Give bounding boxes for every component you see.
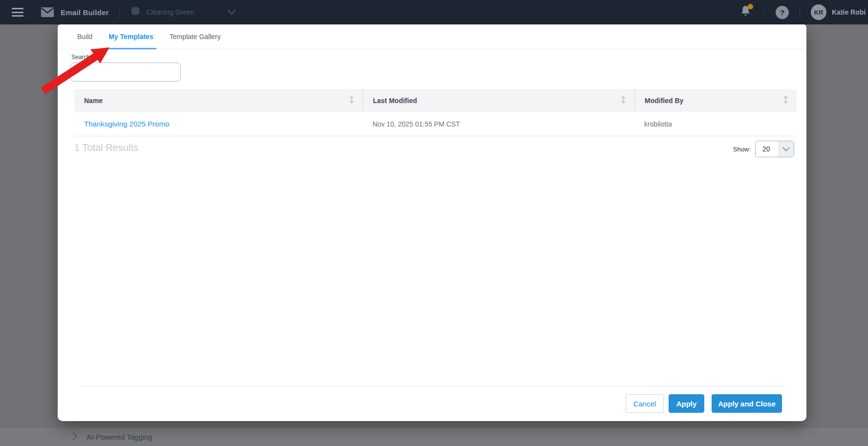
footer-divider (81, 386, 785, 386)
template-picker-modal: Build My Templates Template Gallery Sear… (58, 24, 806, 421)
template-link-thanksgiving-2025-promo[interactable]: Thanksgiving 2025 Promo (84, 120, 169, 128)
page-size-value: 20 (756, 145, 778, 153)
footer-buttons: Cancel Apply Apply and Close (626, 394, 782, 413)
notification-badge (748, 4, 753, 9)
workspace-name: Cleaning Green (146, 8, 228, 16)
cancel-button[interactable]: Cancel (626, 394, 664, 413)
background-section-label: AI-Powered Tagging (87, 433, 152, 441)
table-row: Thanksgiving 2025 Promo Nov 10, 2025 01:… (74, 112, 797, 136)
column-header-last-modified[interactable]: Last Modified (363, 89, 634, 112)
chevron-down-icon (778, 141, 794, 157)
column-header-modified-by[interactable]: Modified By (634, 89, 797, 112)
chevron-down-icon (228, 8, 236, 17)
workspace-switcher[interactable]: Cleaning Green (130, 7, 236, 18)
results-summary: 1 Total Results (74, 142, 138, 153)
nav-right-cluster: ? KR Katie Robi (739, 0, 868, 24)
search-label: Search (71, 54, 90, 61)
background-section-ai-powered-tagging[interactable]: AI-Powered Tagging (0, 428, 868, 446)
cell-last-modified: Nov 10, 2025 01:55 PM CST (363, 120, 634, 128)
nav-divider (800, 6, 800, 19)
tab-my-templates[interactable]: My Templates (108, 24, 153, 49)
user-avatar[interactable]: KR (811, 4, 826, 20)
tab-template-gallery[interactable]: Template Gallery (170, 24, 221, 49)
hamburger-menu-icon[interactable] (12, 8, 23, 17)
app-title: Email Builder (61, 8, 108, 17)
apply-button[interactable]: Apply (669, 394, 704, 413)
column-header-name[interactable]: Name (74, 89, 363, 112)
page-size-cluster: Show: 20 (733, 141, 794, 157)
search-input[interactable] (70, 63, 181, 82)
cell-modified-by: krobilotta (634, 120, 797, 128)
notifications-button[interactable] (739, 5, 752, 20)
data-extension-icon (130, 7, 140, 18)
top-navbar: Email Builder Cleaning Green ? KR Katie … (0, 0, 868, 24)
chevron-right-icon (72, 432, 78, 442)
modal-tabs: Build My Templates Template Gallery (58, 24, 806, 49)
sort-icon (348, 95, 355, 106)
nav-divider (764, 6, 765, 19)
show-label: Show: (733, 146, 751, 153)
sort-icon (782, 95, 789, 106)
app-brand: Email Builder (41, 7, 108, 17)
templates-table: Name Last Modified Modified By Thank (74, 89, 797, 136)
nav-divider (119, 6, 120, 19)
page-size-select[interactable]: 20 (755, 141, 794, 157)
user-name[interactable]: Katie Robi (832, 8, 868, 16)
envelope-icon (41, 7, 54, 17)
email-builder-screen: { "topbar": { "app_title": "Email Builde… (0, 0, 868, 446)
table-header-row: Name Last Modified Modified By (74, 89, 797, 112)
sort-icon (620, 95, 627, 106)
apply-and-close-button[interactable]: Apply and Close (712, 394, 782, 413)
help-button[interactable]: ? (776, 6, 789, 19)
tab-build[interactable]: Build (77, 24, 92, 49)
